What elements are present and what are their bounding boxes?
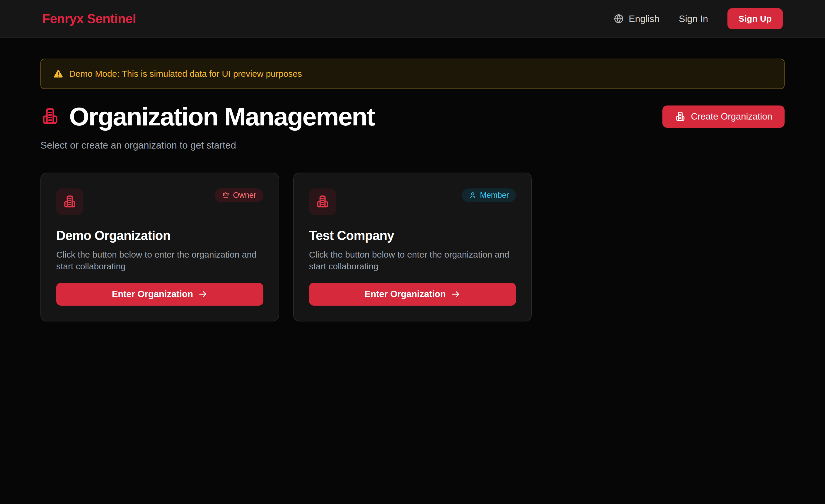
organization-card-test: Member Test Company Click the button bel… — [293, 172, 532, 321]
page-subtitle: Select or create an organization to get … — [41, 140, 784, 151]
user-icon — [469, 191, 477, 199]
demo-mode-banner: Demo Mode: This is simulated data for UI… — [41, 59, 784, 89]
title-group: Organization Management — [41, 102, 375, 131]
role-badge-label: Owner — [233, 191, 256, 200]
building-icon — [315, 195, 330, 209]
enter-organization-button[interactable]: Enter Organization — [309, 283, 516, 306]
enter-organization-label: Enter Organization — [364, 289, 446, 299]
crown-icon — [222, 191, 230, 199]
language-selector[interactable]: English — [613, 13, 660, 24]
building-icon — [62, 195, 77, 209]
globe-icon — [613, 13, 624, 24]
page-title: Organization Management — [69, 102, 375, 131]
enter-organization-button[interactable]: Enter Organization — [56, 283, 264, 306]
arrow-right-icon — [451, 289, 461, 299]
organization-icon-tile — [56, 189, 83, 215]
enter-organization-label: Enter Organization — [112, 289, 193, 299]
top-navbar: Fenryx Sentinel English Sign In Sign Up — [0, 0, 825, 38]
create-organization-label: Create Organization — [691, 111, 772, 122]
navbar-right: English Sign In Sign Up — [613, 8, 783, 29]
role-badge-member: Member — [462, 189, 516, 202]
sign-up-button[interactable]: Sign Up — [728, 8, 783, 29]
brand-logo[interactable]: Fenryx Sentinel — [42, 11, 136, 26]
page-header: Organization Management Create Organizat… — [41, 102, 784, 131]
demo-mode-message: Demo Mode: This is simulated data for UI… — [69, 69, 302, 79]
create-organization-button[interactable]: Create Organization — [662, 105, 784, 128]
building-icon — [41, 107, 60, 126]
organization-icon-tile — [309, 189, 336, 215]
language-label: English — [629, 13, 660, 24]
organization-name: Demo Organization — [56, 228, 264, 243]
building-icon — [675, 111, 686, 122]
organization-description: Click the button below to enter the orga… — [309, 249, 514, 273]
organization-grid: Owner Demo Organization Click the button… — [41, 172, 784, 321]
role-badge-label: Member — [480, 191, 509, 200]
role-badge-owner: Owner — [215, 189, 264, 202]
navbar-inner: Fenryx Sentinel English Sign In Sign Up — [38, 8, 788, 29]
organization-description: Click the button below to enter the orga… — [56, 249, 261, 273]
warning-triangle-icon — [53, 69, 63, 79]
organization-name: Test Company — [309, 228, 516, 243]
organization-card-demo: Owner Demo Organization Click the button… — [41, 172, 279, 321]
card-top-row: Owner — [56, 189, 264, 215]
card-top-row: Member — [309, 189, 516, 215]
arrow-right-icon — [198, 289, 208, 299]
sign-in-link[interactable]: Sign In — [679, 13, 708, 24]
main-content: Demo Mode: This is simulated data for UI… — [41, 59, 784, 321]
